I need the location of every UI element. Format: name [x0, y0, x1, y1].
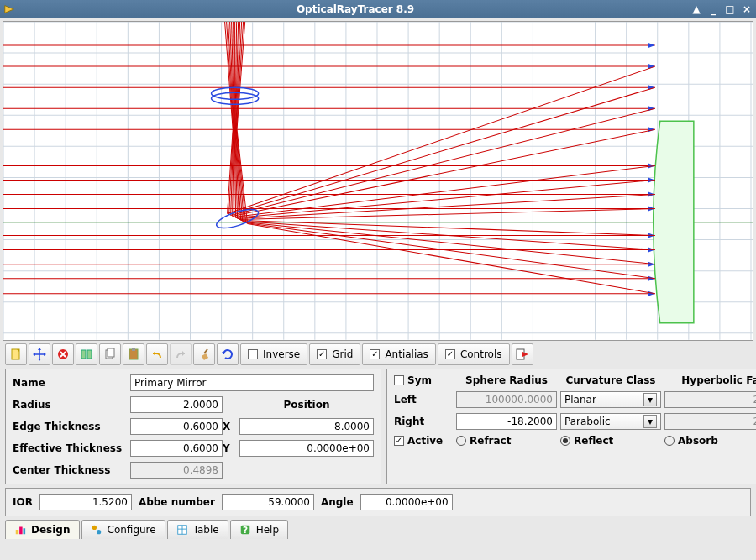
window-maximize-button[interactable]: □	[724, 3, 736, 15]
sym-label: Sym	[407, 374, 432, 386]
position-label: Position	[239, 399, 374, 411]
svg-line-73	[239, 208, 655, 219]
checkbox-icon	[248, 349, 258, 359]
checkbox-icon: ✓	[317, 349, 327, 359]
controls-toggle[interactable]: ✓Controls	[438, 343, 510, 365]
undo-button[interactable]	[146, 343, 168, 365]
paste-button[interactable]	[123, 343, 144, 365]
center-thickness-label: Center Thickness	[13, 464, 130, 476]
svg-marker-127	[522, 352, 528, 357]
y-label: Y	[223, 442, 239, 454]
antialias-label: Antialias	[385, 348, 428, 360]
svg-rect-128	[16, 530, 19, 534]
left-surface-label: Left	[394, 394, 453, 406]
surface-properties-panel: Sym Sphere Radius Curvature Class Hyperb…	[386, 369, 756, 484]
edge-thickness-input[interactable]	[130, 418, 223, 435]
svg-point-131	[92, 526, 96, 530]
exit-button[interactable]	[512, 343, 533, 365]
tab-design[interactable]: Design	[5, 520, 80, 539]
new-button[interactable]	[5, 343, 27, 365]
svg-marker-122	[182, 351, 185, 356]
ior-input[interactable]	[39, 494, 132, 510]
effective-thickness-input[interactable]	[130, 440, 223, 457]
toolbar: Inverse ✓Grid ✓Antialias ✓Controls	[5, 343, 751, 365]
x-label: X	[223, 421, 239, 432]
grid-toggle[interactable]: ✓Grid	[309, 343, 360, 365]
tab-help[interactable]: ?Help	[230, 520, 288, 539]
svg-text:?: ?	[243, 524, 248, 534]
active-checkbox[interactable]: ✓Active	[394, 435, 453, 447]
checkbox-icon: ✓	[445, 349, 455, 359]
hyperbolic-factor-header: Hyperbolic Factor	[664, 374, 756, 386]
tab-bar: Design Configure Table ?Help	[5, 520, 751, 539]
svg-rect-108	[12, 349, 19, 359]
clear-button[interactable]	[193, 343, 215, 365]
svg-rect-115	[81, 350, 86, 359]
angle-input[interactable]	[360, 494, 453, 510]
left-curvature-class-select[interactable]: Planar▾	[560, 391, 661, 408]
right-hyperbolic-factor-input	[664, 413, 756, 430]
name-input[interactable]	[130, 374, 374, 391]
checkbox-icon: ✓	[394, 436, 404, 446]
refract-radio[interactable]: Refract	[456, 435, 557, 447]
svg-line-124	[204, 349, 207, 353]
controls-label: Controls	[460, 348, 502, 360]
center-thickness-output	[130, 462, 223, 479]
chevron-down-icon: ▾	[643, 393, 657, 406]
svg-marker-113	[44, 353, 46, 356]
svg-point-132	[97, 530, 101, 534]
tab-configure[interactable]: Configure	[81, 520, 165, 539]
material-panel: IOR Abbe number Angle	[5, 488, 751, 516]
effective-thickness-label: Effective Thickness	[13, 442, 130, 454]
duplicate-button[interactable]	[76, 343, 97, 365]
inverse-toggle[interactable]: Inverse	[240, 343, 307, 365]
svg-line-77	[246, 223, 655, 279]
right-surface-label: Right	[394, 416, 453, 427]
tab-table[interactable]: Table	[167, 520, 228, 539]
svg-rect-118	[108, 348, 114, 357]
x-input[interactable]	[239, 418, 374, 435]
edge-thickness-label: Edge Thickness	[13, 421, 130, 432]
angle-label: Angle	[321, 496, 354, 508]
radio-icon	[560, 436, 570, 446]
delete-button[interactable]	[52, 343, 74, 365]
window-minimize-button[interactable]: _	[707, 3, 719, 15]
svg-marker-110	[38, 348, 41, 350]
fit-view-button[interactable]	[29, 343, 50, 365]
abbe-label: Abbe number	[139, 496, 215, 508]
radio-icon	[456, 436, 466, 446]
svg-line-67	[229, 87, 655, 214]
svg-marker-111	[38, 359, 41, 361]
svg-rect-116	[87, 350, 92, 359]
svg-marker-39	[648, 43, 655, 48]
window-roll-up-button[interactable]: ▲	[690, 3, 702, 15]
curvature-class-header: Curvature Class	[560, 374, 661, 386]
name-label: Name	[13, 377, 130, 389]
absorb-radio[interactable]: Absorb	[664, 435, 756, 447]
svg-rect-120	[132, 348, 135, 351]
right-sphere-radius-input[interactable]	[456, 413, 557, 430]
refresh-button[interactable]	[217, 343, 239, 365]
svg-rect-123	[202, 353, 208, 360]
reflect-radio[interactable]: Reflect	[560, 435, 661, 447]
redo-button[interactable]	[170, 343, 192, 365]
svg-line-78	[248, 224, 655, 294]
lens-properties-panel: Name Radius Position Edge Thickness X Ef…	[5, 369, 381, 484]
title-bar: OpticalRayTracer 8.9 ▲ _ □ ×	[0, 0, 756, 18]
window-close-button[interactable]: ×	[741, 3, 753, 15]
chevron-down-icon: ▾	[643, 415, 657, 428]
svg-rect-130	[24, 528, 26, 534]
ray-trace-canvas[interactable]	[3, 21, 753, 341]
copy-button[interactable]	[99, 343, 121, 365]
left-sphere-radius-input	[456, 391, 557, 408]
right-curvature-class-select[interactable]: Parabolic▾	[560, 413, 661, 430]
svg-marker-0	[5, 6, 14, 13]
y-input[interactable]	[239, 440, 374, 457]
radio-icon	[664, 436, 675, 446]
radius-input[interactable]	[130, 396, 223, 413]
checkbox-icon: ✓	[370, 349, 380, 359]
svg-rect-129	[19, 526, 23, 534]
antialias-toggle[interactable]: ✓Antialias	[362, 343, 435, 365]
abbe-input[interactable]	[222, 494, 314, 510]
svg-marker-112	[33, 353, 35, 356]
